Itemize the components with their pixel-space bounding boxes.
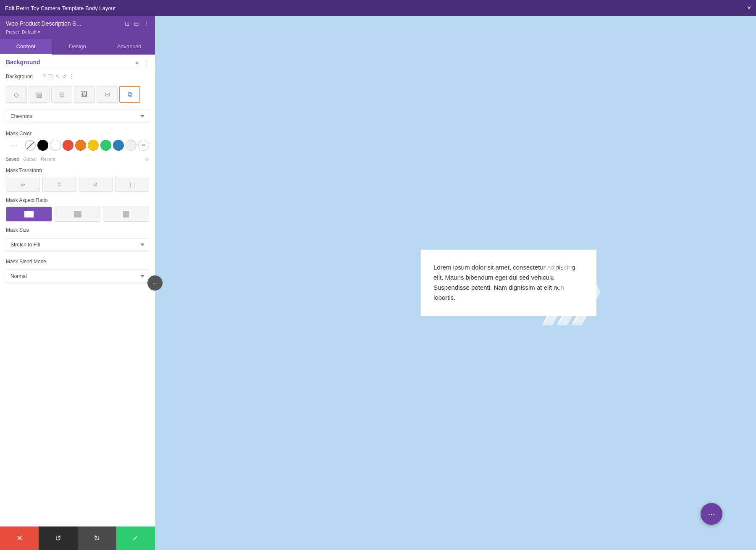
mobile-icon[interactable]: ☐ <box>48 73 53 79</box>
mask-color-label: Mask Color <box>6 131 149 136</box>
bg-type-slide[interactable]: ⧉ <box>119 86 140 103</box>
bg-type-color[interactable]: ▤ <box>29 86 50 103</box>
cursor-icon[interactable]: ↖ <box>55 73 60 79</box>
tab-design[interactable]: Design <box>52 39 103 55</box>
panel-content: Background ▲ ⋮ Background ? ☐ ↖ ↺ ⋮ <box>0 55 155 526</box>
color-swatch-yellow[interactable] <box>88 140 99 151</box>
eyedropper-icon[interactable]: ✏ <box>138 140 149 151</box>
background-section-title: Background <box>6 59 134 65</box>
mask-color-section: Mask Color ··· ✏ <box>0 126 155 155</box>
resize-handle[interactable]: ↔ <box>147 275 163 291</box>
color-swatch-green[interactable] <box>100 140 111 151</box>
more-field-icon[interactable]: ⋮ <box>69 73 74 79</box>
content-box: Lorem ipsum dolor sit amet, consectetur … <box>420 249 597 317</box>
mask-transform-label-row: Mask Transform <box>0 165 155 175</box>
mask-blend-label-row: Mask Blend Mode <box>0 255 155 266</box>
background-field-label: Background <box>6 73 39 79</box>
mask-aspect-label: Mask Aspect Ratio <box>6 197 47 203</box>
color-swatch-transparent[interactable] <box>25 140 36 151</box>
collapse-icon[interactable]: ▲ <box>134 59 140 65</box>
title-bar-title: Edit Retro Toy Camera Template Body Layo… <box>5 5 747 11</box>
undo-field-icon[interactable]: ↺ <box>62 73 66 79</box>
cancel-button[interactable]: ✕ <box>0 526 39 550</box>
mask-blend-dropdown-row: Normal Multiply Screen Overlay Darken Li… <box>0 266 155 286</box>
color-settings-icon[interactable]: ⚙ <box>145 157 149 162</box>
layout-icon[interactable]: ⊟ <box>134 20 139 27</box>
main-container: Woo Product Description S... ⊡ ⊟ ⋮ Prese… <box>0 16 756 550</box>
save-button[interactable]: ✓ <box>116 526 155 550</box>
color-swatches-row: ··· ✏ <box>6 140 149 151</box>
panel-title-row: Woo Product Description S... ⊡ ⊟ ⋮ <box>6 20 149 27</box>
left-panel: Woo Product Description S... ⊡ ⊟ ⋮ Prese… <box>0 16 155 550</box>
color-tab-saved[interactable]: Saved <box>6 157 19 162</box>
panel-preset[interactable]: Preset: Default ▾ <box>6 29 149 35</box>
flip-h-button[interactable]: ⇔ <box>6 177 40 192</box>
mask-size-dropdown-row: Stretch to Fill Contain Cover Auto <box>0 235 155 255</box>
tab-advanced[interactable]: Advanced <box>103 39 155 55</box>
tab-content[interactable]: Content <box>0 39 52 55</box>
mask-transform-label: Mask Transform <box>6 168 42 173</box>
responsive-icon[interactable]: ⊡ <box>125 20 130 27</box>
help-icon[interactable]: ? <box>43 73 46 79</box>
section-more-icon[interactable]: ⋮ <box>143 59 149 65</box>
bg-type-gradient[interactable]: ⊞ <box>51 86 72 103</box>
floating-action-button[interactable]: ··· <box>701 503 722 525</box>
color-swatch-red[interactable] <box>63 140 74 151</box>
color-swatch-orange[interactable] <box>75 140 86 151</box>
mask-shape-dropdown-row: None Chevrons Arrows Waves Circles Diamo… <box>0 106 155 126</box>
color-swatch-white[interactable] <box>50 140 61 151</box>
mask-blend-dropdown[interactable]: Normal Multiply Screen Overlay Darken Li… <box>6 270 149 283</box>
tabs-container: Content Design Advanced <box>0 39 155 55</box>
color-more-icon[interactable]: ··· <box>6 141 23 149</box>
rotate-button[interactable]: ↺ <box>79 177 113 192</box>
title-bar: Edit Retro Toy Camera Template Body Layo… <box>0 0 756 16</box>
invert-button[interactable]: ⬚ <box>115 177 149 192</box>
color-tab-global[interactable]: Global <box>23 157 37 162</box>
mask-size-dropdown[interactable]: Stretch to Fill Contain Cover Auto <box>6 238 149 251</box>
color-swatch-black[interactable] <box>37 140 48 151</box>
bg-type-none[interactable]: ◇ <box>6 86 27 103</box>
bottom-toolbar: ✕ ↺ ↻ ✓ <box>0 526 155 550</box>
background-field-row: Background ? ☐ ↖ ↺ ⋮ <box>0 70 155 83</box>
color-swatch-lightgray[interactable] <box>126 140 136 151</box>
mask-size-label-row: Mask Size <box>0 223 155 235</box>
color-tab-recent[interactable]: Recent <box>41 157 55 162</box>
background-section-header: Background ▲ ⋮ <box>0 55 155 70</box>
aspect-wide-button[interactable] <box>6 207 52 222</box>
bg-type-image[interactable]: 🖼 <box>74 86 95 103</box>
close-button[interactable]: × <box>747 4 751 12</box>
undo-button[interactable]: ↺ <box>39 526 77 550</box>
mask-size-label: Mask Size <box>6 227 29 233</box>
aspect-square-button[interactable] <box>55 207 101 222</box>
color-tabs: Saved Global Recent ⚙ <box>0 155 155 165</box>
color-swatch-blue[interactable] <box>113 140 124 151</box>
flip-v-button[interactable]: ⇕ <box>42 177 76 192</box>
section-icons: ▲ ⋮ <box>134 59 149 65</box>
bg-type-row: ◇ ▤ ⊞ 🖼 ✉ ⧉ <box>0 83 155 106</box>
panel-title: Woo Product Description S... <box>6 20 125 27</box>
mask-shape-dropdown[interactable]: None Chevrons Arrows Waves Circles Diamo… <box>6 110 149 123</box>
panel-header: Woo Product Description S... ⊡ ⊟ ⋮ Prese… <box>0 16 155 39</box>
aspect-tall-button[interactable] <box>103 207 149 222</box>
mask-aspect-row <box>0 205 155 223</box>
canvas-area: Lorem ipsum dolor sit amet, consectetur … <box>155 16 756 550</box>
more-options-icon[interactable]: ⋮ <box>143 20 149 27</box>
content-text: Lorem ipsum dolor sit amet, consectetur … <box>433 262 584 303</box>
bg-type-video[interactable]: ✉ <box>97 86 118 103</box>
background-field-icons: ? ☐ ↖ ↺ ⋮ <box>43 73 74 79</box>
mask-transform-row: ⇔ ⇕ ↺ ⬚ <box>0 175 155 194</box>
panel-icons: ⊡ ⊟ ⋮ <box>125 20 149 27</box>
redo-button[interactable]: ↻ <box>78 526 116 550</box>
mask-aspect-label-row: Mask Aspect Ratio <box>0 194 155 205</box>
mask-blend-label: Mask Blend Mode <box>6 259 46 265</box>
